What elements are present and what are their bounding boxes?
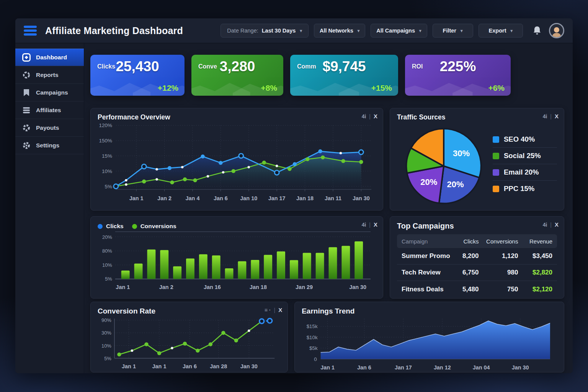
table-header-row: Campaign Clicks Conversions Revenue bbox=[397, 234, 557, 248]
divider: | bbox=[550, 113, 552, 119]
close-icon[interactable]: X bbox=[374, 221, 377, 228]
performance-line-chart: 120%150%15%10%5%Jan 1Jan 2Jan 4Jan 6Jan … bbox=[98, 121, 376, 209]
campaigns-label: All Campaigns bbox=[376, 28, 415, 34]
svg-text:15%: 15% bbox=[102, 153, 112, 159]
panel-options-icon[interactable]: 4i bbox=[543, 113, 547, 119]
svg-text:20%: 20% bbox=[102, 234, 112, 240]
svg-text:20%: 20% bbox=[447, 180, 464, 189]
filter-label: Filter bbox=[443, 28, 456, 34]
earnings-area-chart: $15k$10k$5k0Jan 1Jan 6Jan 17Jan 12Jan 04… bbox=[302, 315, 557, 373]
dashboard-icon bbox=[22, 53, 31, 62]
close-icon[interactable]: X bbox=[555, 221, 559, 228]
mountain-decoration bbox=[191, 77, 283, 96]
svg-text:30%: 30% bbox=[453, 149, 470, 158]
networks-dropdown[interactable]: All Networks ▾ bbox=[314, 24, 365, 38]
bar-chart-legend: Clicks Conversions bbox=[98, 222, 376, 231]
close-icon[interactable]: X bbox=[555, 113, 559, 119]
svg-text:10%: 10% bbox=[102, 262, 112, 268]
earnings-trend-panel: Earnings Trend $15k$10k$5k0Jan 1Jan 6Jan… bbox=[294, 302, 564, 372]
svg-text:90%: 90% bbox=[101, 317, 111, 323]
bookmark-icon bbox=[22, 88, 31, 97]
sidebar-item-label: Settings bbox=[36, 142, 59, 149]
page-title: Affiliate Marketing Dashboard bbox=[45, 25, 183, 36]
chevron-down-icon: ▾ bbox=[510, 28, 513, 33]
traffic-sources-panel: Traffic Sources 4i | X 30%20%20% SEO 40%… bbox=[390, 108, 564, 211]
panel-options-icon[interactable]: ≡ · bbox=[265, 307, 271, 313]
svg-text:5%: 5% bbox=[104, 356, 111, 361]
user-avatar[interactable] bbox=[549, 23, 564, 38]
sidebar-item-affiliates[interactable]: Affiliates bbox=[15, 101, 84, 119]
svg-text:Jan 1: Jan 1 bbox=[320, 364, 335, 371]
legend-item: SEO 40% bbox=[493, 131, 557, 148]
gear-icon bbox=[22, 141, 31, 150]
svg-text:Jan 6: Jan 6 bbox=[214, 195, 228, 201]
divider: | bbox=[369, 113, 371, 119]
legend-label: Social 25% bbox=[504, 152, 541, 160]
sidebar-item-label: Campaigns bbox=[36, 89, 68, 96]
svg-text:20%: 20% bbox=[420, 177, 437, 187]
svg-text:Jan 30: Jan 30 bbox=[512, 364, 529, 371]
panel-options-icon[interactable]: 4i bbox=[543, 222, 547, 228]
svg-text:Jan 30: Jan 30 bbox=[349, 284, 366, 290]
kpi-value: 25,430 bbox=[90, 59, 185, 75]
panel-options-icon[interactable]: 4i bbox=[362, 222, 366, 228]
divider: | bbox=[369, 222, 371, 228]
svg-text:10%: 10% bbox=[101, 343, 111, 349]
panel-title: Top Campaigns bbox=[397, 222, 557, 230]
svg-text:Jan 1: Jan 1 bbox=[122, 363, 136, 369]
kpi-card-roi: ROI 225% +6% bbox=[405, 55, 511, 96]
panel-title: Performance Overview bbox=[98, 113, 376, 121]
svg-text:0: 0 bbox=[314, 356, 317, 362]
svg-text:5%: 5% bbox=[105, 184, 112, 189]
close-icon[interactable]: X bbox=[278, 307, 282, 313]
legend-label: SEO 40% bbox=[504, 135, 535, 144]
panel-title: Earnings Trend bbox=[302, 307, 557, 315]
filter-dropdown[interactable]: Filter ▾ bbox=[433, 24, 473, 38]
layers-icon bbox=[22, 106, 31, 114]
svg-text:30%: 30% bbox=[101, 330, 111, 336]
svg-text:Jan 10: Jan 10 bbox=[240, 195, 257, 201]
campaigns-table: Campaign Clicks Conversions Revenue Summ… bbox=[397, 234, 557, 297]
svg-text:Jan 29: Jan 29 bbox=[296, 284, 313, 290]
panel-title: Traffic Sources bbox=[397, 113, 557, 121]
legend-label: Clicks bbox=[106, 223, 124, 230]
legend-swatch bbox=[493, 153, 499, 159]
legend-label: PPC 15% bbox=[504, 185, 534, 193]
svg-text:80%: 80% bbox=[102, 248, 112, 254]
sidebar-item-settings[interactable]: Settings bbox=[15, 137, 84, 154]
kpi-card-commissions: Comm $9,745 +15% bbox=[290, 55, 398, 96]
kpi-row: Clicks 25,430 +12% Conve 3,280 +8% Comm … bbox=[90, 55, 564, 96]
traffic-pie-chart: 30%20%20% bbox=[397, 121, 493, 207]
export-dropdown[interactable]: Export ▾ bbox=[479, 24, 523, 38]
sidebar-item-label: Payouts bbox=[36, 124, 59, 131]
svg-text:Jan 18: Jan 18 bbox=[296, 195, 314, 201]
panel-title: Conversion Rate bbox=[98, 307, 281, 315]
svg-text:Jan 30: Jan 30 bbox=[353, 195, 370, 201]
svg-text:5%: 5% bbox=[105, 276, 112, 282]
svg-text:120%: 120% bbox=[99, 122, 112, 128]
pie-legend: SEO 40% Social 25% Email 20% PPC 15% bbox=[493, 121, 557, 207]
conversions-bar-chart: 20%80%10%5%Jan 1Jan 2Jan 16Jan 18Jan 29J… bbox=[98, 231, 376, 294]
table-row: Summer Promo 8,200 1,120 $3,450 bbox=[397, 248, 557, 265]
svg-text:Jan 28: Jan 28 bbox=[210, 363, 227, 369]
mountain-decoration bbox=[405, 77, 511, 96]
chevron-down-icon: ▾ bbox=[461, 28, 463, 33]
svg-text:Jan 6: Jan 6 bbox=[357, 364, 371, 371]
campaigns-dropdown[interactable]: All Campaigns ▾ bbox=[371, 24, 427, 38]
svg-text:Jan 1: Jan 1 bbox=[129, 195, 144, 201]
svg-text:Jan 04: Jan 04 bbox=[473, 364, 490, 371]
date-range-dropdown[interactable]: Date Range: Last 30 Days ▾ bbox=[220, 24, 309, 38]
clicks-legend-dot bbox=[98, 224, 103, 229]
hamburger-menu-icon[interactable] bbox=[24, 26, 37, 36]
panel-options-icon[interactable]: 4i bbox=[362, 113, 366, 119]
sidebar-item-reports[interactable]: Reports bbox=[15, 66, 84, 84]
gear-icon bbox=[22, 124, 31, 132]
sidebar-item-payouts[interactable]: Payouts bbox=[15, 119, 84, 137]
networks-label: All Networks bbox=[320, 28, 353, 34]
date-range-label: Date Range: bbox=[227, 28, 258, 34]
mountain-decoration bbox=[290, 77, 398, 96]
sidebar-item-dashboard[interactable]: Dashboard bbox=[15, 49, 84, 66]
notifications-bell-icon[interactable] bbox=[531, 24, 544, 37]
sidebar-item-campaigns[interactable]: Campaigns bbox=[15, 84, 84, 101]
close-icon[interactable]: X bbox=[374, 113, 377, 119]
